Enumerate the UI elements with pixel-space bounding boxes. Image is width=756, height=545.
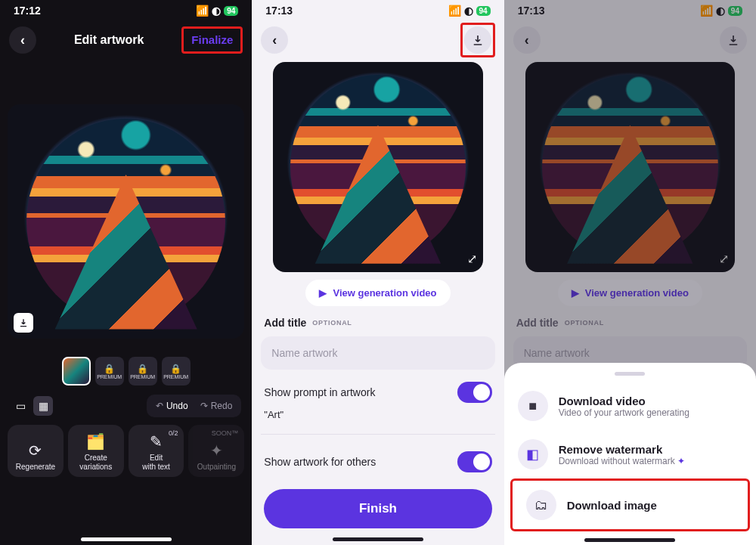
lock-icon: 🔒 bbox=[104, 364, 115, 374]
undo-button[interactable]: ↶Undo bbox=[151, 398, 193, 414]
finalize-button[interactable]: Finalize bbox=[191, 33, 233, 46]
video-icon: ■︎ bbox=[518, 391, 548, 421]
regenerate-button[interactable]: ⟳ Regenerate bbox=[8, 425, 64, 477]
battery-badge: 94 bbox=[476, 6, 491, 16]
outpainting-button: SOON™ ✦ Outpainting bbox=[188, 425, 244, 477]
action-bar: ⟳ Regenerate 🗂️ Create variations 0/2 ✎ … bbox=[0, 425, 252, 477]
sheet-grabber[interactable] bbox=[615, 372, 645, 376]
add-title-label: Add title OPTIONAL bbox=[252, 306, 503, 333]
home-indicator bbox=[81, 537, 172, 541]
thumbnail-locked[interactable]: 🔒PREMIUM bbox=[129, 357, 157, 386]
finish-button[interactable]: Finish bbox=[264, 489, 491, 528]
back-button[interactable]: ‹ bbox=[261, 26, 288, 54]
home-indicator bbox=[584, 538, 675, 542]
signal-icon: 📶 bbox=[448, 5, 461, 17]
thumbnail-locked[interactable]: 🔒PREMIUM bbox=[95, 357, 124, 386]
export-button-highlight bbox=[460, 23, 495, 57]
nav-bar: ‹ bbox=[252, 21, 503, 59]
show-prompt-toggle[interactable] bbox=[457, 382, 492, 403]
lock-icon: 🔒 bbox=[137, 364, 148, 374]
status-bar: 17:13 📶 ◐ 94 bbox=[252, 0, 503, 21]
artwork-preview[interactable]: ⤢ bbox=[273, 62, 482, 272]
home-indicator bbox=[333, 537, 423, 541]
watermark-icon: ◧ bbox=[518, 439, 548, 469]
status-time: 17:12 bbox=[14, 5, 41, 17]
lock-icon: 🔒 bbox=[170, 364, 181, 374]
chevron-left-icon: ‹ bbox=[272, 33, 277, 48]
battery-badge: 94 bbox=[224, 6, 238, 16]
title-placeholder: Name artwork bbox=[271, 347, 337, 359]
download-image-item-highlight: 🗂︎ Download image bbox=[510, 478, 750, 531]
divider bbox=[261, 434, 494, 435]
view-generation-video-button[interactable]: ▶ View generation video bbox=[305, 280, 450, 306]
sparkle-icon: ✦ bbox=[210, 441, 223, 460]
download-artwork-icon[interactable] bbox=[14, 313, 33, 333]
redo-icon: ↷ bbox=[200, 401, 208, 411]
create-variations-button[interactable]: 🗂️ Create variations bbox=[68, 425, 124, 477]
prompt-value: "Art" bbox=[252, 406, 503, 429]
view-single-icon[interactable]: ▭ bbox=[11, 396, 30, 416]
download-image-item[interactable]: Download image bbox=[567, 499, 657, 512]
thumbnail-locked[interactable]: 🔒PREMIUM bbox=[162, 357, 191, 386]
pencil-icon: ✎ bbox=[150, 432, 163, 451]
wifi-icon: ◐ bbox=[212, 5, 221, 17]
soon-badge: SOON™ bbox=[212, 429, 239, 437]
undo-icon: ↶ bbox=[156, 401, 163, 411]
remove-watermark-item[interactable]: ◧ Remove watermark Download without wate… bbox=[504, 430, 756, 478]
thumbnail-selected[interactable] bbox=[62, 357, 91, 386]
download-video-item[interactable]: ■︎ Download video Video of your artwork … bbox=[504, 382, 756, 430]
edit-counter: 0/2 bbox=[169, 429, 178, 437]
undo-redo-group: ↶Undo ↷Redo bbox=[147, 395, 241, 417]
artwork-preview[interactable] bbox=[8, 104, 244, 339]
download-sheet: ■︎ Download video Video of your artwork … bbox=[504, 363, 756, 545]
title-input[interactable]: Name artwork bbox=[261, 336, 494, 370]
view-toggle: ▭ ▦ bbox=[11, 396, 53, 416]
page-title: Edit artwork bbox=[74, 33, 144, 47]
view-grid-icon[interactable]: ▦ bbox=[33, 396, 53, 416]
show-others-label: Show artwork for others bbox=[264, 456, 376, 468]
export-button[interactable] bbox=[464, 26, 491, 54]
status-time: 17:13 bbox=[265, 5, 293, 17]
play-icon: ▶ bbox=[319, 287, 327, 299]
refresh-icon: ⟳ bbox=[29, 441, 42, 460]
show-others-toggle[interactable] bbox=[457, 451, 492, 472]
wifi-icon: ◐ bbox=[464, 5, 473, 17]
expand-icon[interactable]: ⤢ bbox=[467, 252, 477, 266]
show-prompt-label: Show prompt in artwork bbox=[264, 386, 375, 398]
status-bar: 17:12 📶 ◐ 94 bbox=[0, 0, 252, 21]
sparkle-icon: ✦ bbox=[677, 456, 685, 466]
redo-button[interactable]: ↷Redo bbox=[196, 398, 237, 414]
back-button[interactable]: ‹ bbox=[9, 26, 36, 54]
nav-bar: ‹ Edit artwork Finalize bbox=[0, 21, 252, 59]
finalize-button-highlight: Finalize bbox=[181, 26, 243, 54]
image-icon: 🗂︎ bbox=[526, 490, 556, 520]
download-icon bbox=[471, 33, 485, 47]
chevron-left-icon: ‹ bbox=[20, 33, 25, 48]
variation-thumbnails: 🔒PREMIUM 🔒PREMIUM 🔒PREMIUM bbox=[0, 357, 252, 386]
signal-icon: 📶 bbox=[196, 5, 209, 17]
stack-icon: 🗂️ bbox=[86, 432, 105, 451]
edit-with-text-button[interactable]: 0/2 ✎ Edit with text bbox=[129, 425, 184, 477]
